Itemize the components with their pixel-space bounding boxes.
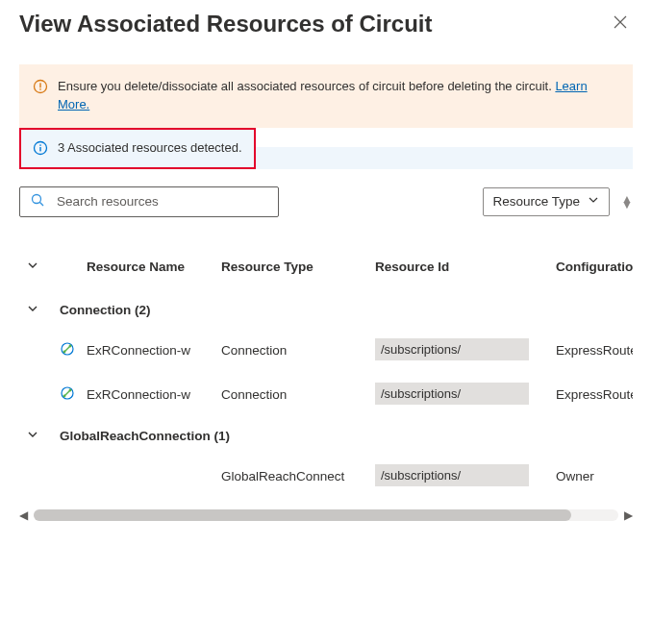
table-row[interactable]: ExRConnection-w Connection /subscription… [19,329,633,373]
cell-name: ExRConnection-w [79,329,213,373]
warning-banner: Ensure you delete/dissociate all associa… [19,64,633,128]
cell-name: ExRConnection-w [79,373,213,417]
connection-icon [60,385,75,401]
cell-name [79,455,213,499]
warning-text: Ensure you delete/dissociate all associa… [58,79,555,93]
resource-table-wrapper: Resource Name Resource Type Resource Id … [19,250,633,499]
sort-down-icon: ▼ [621,202,633,208]
cell-type: Connection [213,373,367,417]
svg-line-7 [39,202,43,206]
group-label: GlobalReachConnection (1) [52,417,633,455]
col-header-id[interactable]: Resource Id [367,250,548,291]
scroll-left-arrow[interactable]: ◀ [19,508,28,522]
svg-point-6 [33,195,41,204]
group-by-dropdown[interactable]: Resource Type [483,187,611,216]
col-header-config[interactable]: Configuration [548,250,633,291]
horizontal-scrollbar[interactable]: ◀ ▶ [19,508,633,522]
svg-rect-5 [39,144,40,145]
cell-id[interactable]: /subscriptions/ [375,338,529,360]
table-row[interactable]: ExRConnection-w Connection /subscription… [19,373,633,417]
search-input-wrapper[interactable] [19,186,279,217]
svg-rect-1 [39,83,40,87]
cell-id[interactable]: /subscriptions/ [375,383,529,405]
scroll-track[interactable] [34,509,618,521]
svg-point-12 [63,395,66,398]
cell-config: ExpressRoute [548,329,633,373]
table-row[interactable]: GlobalReachConnect /subscriptions/ Owner [19,455,633,499]
cell-type: GlobalReachConnect [213,455,367,499]
cell-config: ExpressRoute [548,373,633,417]
chevron-down-icon [588,194,599,209]
search-icon [30,192,45,211]
info-highlight: 3 Associated resources detected. [19,128,256,169]
page-title: View Associated Resources of Circuit [19,11,432,37]
group-label: Connection (2) [52,291,633,329]
scroll-thumb[interactable] [34,509,571,521]
collapse-all-toggle[interactable] [27,260,38,271]
svg-rect-4 [39,147,40,151]
info-icon [33,139,48,156]
col-header-type[interactable]: Resource Type [213,250,367,291]
svg-point-9 [63,351,66,354]
cell-id[interactable]: /subscriptions/ [375,464,529,486]
close-icon [614,15,627,29]
svg-point-13 [69,389,72,392]
group-by-label: Resource Type [493,194,581,209]
info-text: 3 Associated resources detected. [58,139,242,158]
cell-type: Connection [213,329,367,373]
svg-rect-2 [39,88,40,89]
warning-icon [33,78,48,94]
search-input[interactable] [55,193,268,210]
connection-icon [60,341,75,357]
svg-point-10 [69,345,72,348]
sort-toggle[interactable]: ▲ ▼ [621,196,633,208]
close-button[interactable] [608,10,633,37]
group-toggle[interactable] [27,303,38,314]
group-row[interactable]: GlobalReachConnection (1) [19,417,633,455]
group-toggle[interactable] [27,429,38,440]
scroll-right-arrow[interactable]: ▶ [624,508,633,522]
group-row[interactable]: Connection (2) [19,291,633,329]
cell-config: Owner [548,455,633,499]
info-banner: 3 Associated resources detected. [21,130,254,167]
resource-table: Resource Name Resource Type Resource Id … [19,250,633,499]
col-header-name[interactable]: Resource Name [79,250,213,291]
table-header-row: Resource Name Resource Type Resource Id … [19,250,633,291]
